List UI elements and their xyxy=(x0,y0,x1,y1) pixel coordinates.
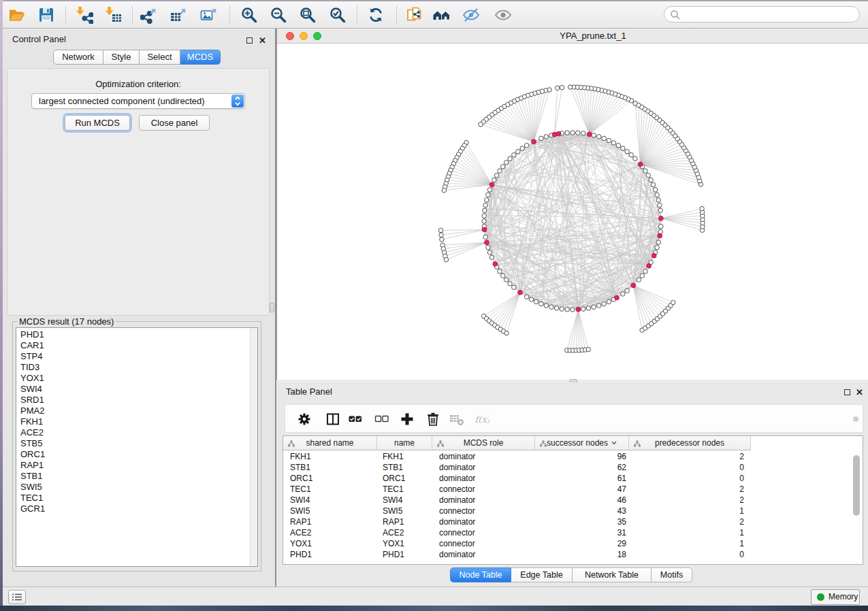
close-panel-icon[interactable]: ✕ xyxy=(259,35,266,46)
column-header-name[interactable]: name xyxy=(377,436,432,450)
settings-icon[interactable] xyxy=(297,412,312,427)
cell-successors: 31 xyxy=(535,527,629,538)
status-bar: Memory xyxy=(3,587,868,606)
table-scrollbar-thumb[interactable] xyxy=(853,455,860,516)
save-session-icon[interactable] xyxy=(37,6,55,24)
run-mcds-button[interactable]: Run MCDS xyxy=(65,115,130,131)
cell-role: dominator xyxy=(432,462,535,473)
table-row[interactable]: YOX1YOX1connector291 xyxy=(283,538,863,549)
mcds-node-item[interactable]: SWI5 xyxy=(20,482,257,493)
mcds-node-item[interactable]: STB5 xyxy=(20,438,257,449)
table-scrollbar[interactable] xyxy=(853,451,861,564)
toolbar-overflow-icon[interactable] xyxy=(853,416,858,422)
cell-role: connector xyxy=(432,527,535,538)
cell-predecessors: 0 xyxy=(629,462,751,473)
import-network-icon[interactable] xyxy=(76,6,93,24)
tab-mcds[interactable]: MCDS xyxy=(180,50,221,65)
memory-button[interactable]: Memory xyxy=(811,589,860,605)
mcds-node-item[interactable]: YOX1 xyxy=(20,373,257,384)
mcds-node-item[interactable]: FKH1 xyxy=(20,416,257,427)
function-icon[interactable]: f(x) xyxy=(475,412,489,427)
table-row[interactable]: STB1STB1dominator620 xyxy=(283,462,863,473)
hide-selected-icon[interactable] xyxy=(462,6,480,24)
new-network-from-selection-icon[interactable] xyxy=(406,6,423,24)
zoom-in-icon[interactable] xyxy=(240,6,258,24)
table-row[interactable]: RAP1RAP1dominator352 xyxy=(283,516,863,527)
export-network-icon[interactable] xyxy=(140,6,158,24)
table-row[interactable]: PHD1PHD1dominator180 xyxy=(283,549,863,560)
cell-predecessors: 2 xyxy=(629,495,751,506)
add-row-icon[interactable] xyxy=(400,412,415,427)
mcds-list-scrollbar[interactable] xyxy=(250,328,257,566)
desktop-wallpaper-bottom xyxy=(0,606,868,611)
mcds-node-item[interactable]: ORC1 xyxy=(20,449,257,460)
mcds-node-item[interactable]: CAR1 xyxy=(20,340,257,351)
mcds-node-item[interactable]: TEC1 xyxy=(20,493,257,503)
zoom-selected-icon[interactable] xyxy=(329,6,347,24)
table-float-icon[interactable] xyxy=(844,389,850,395)
cell-name: FKH1 xyxy=(377,451,432,462)
table-close-icon[interactable]: ✕ xyxy=(856,387,863,397)
cell-name: SWI5 xyxy=(377,506,432,516)
column-header-shared-name[interactable]: shared name xyxy=(283,436,377,450)
minimize-window-icon[interactable] xyxy=(300,32,308,40)
close-window-icon[interactable] xyxy=(286,32,294,40)
console-button[interactable] xyxy=(8,590,26,604)
table-row[interactable]: FKH1FKH1dominator962 xyxy=(283,451,863,462)
column-header-MCDS-role[interactable]: MCDS role xyxy=(432,436,535,450)
mcds-node-item[interactable]: PMA2 xyxy=(20,406,257,416)
column-header-successor-nodes[interactable]: successor nodes xyxy=(535,436,629,450)
cell-role: dominator xyxy=(432,549,535,560)
table-row[interactable]: TEC1TEC1connector472 xyxy=(283,484,863,495)
mcds-node-item[interactable]: STP4 xyxy=(20,351,257,362)
table-row[interactable]: ORC1ORC1dominator610 xyxy=(283,473,863,484)
criterion-dropdown[interactable]: largest connected component (undirected) xyxy=(31,93,245,109)
mcds-node-item[interactable]: SRD1 xyxy=(20,395,257,406)
mcds-node-item[interactable]: GCR1 xyxy=(20,503,257,514)
table-row[interactable]: ACE2ACE2connector311 xyxy=(283,527,863,538)
import-table-icon[interactable] xyxy=(105,6,123,24)
export-table-icon[interactable] xyxy=(170,6,188,24)
mcds-node-item[interactable]: RAP1 xyxy=(20,460,257,471)
float-panel-icon[interactable] xyxy=(246,37,253,44)
delete-table-icon[interactable] xyxy=(449,412,464,427)
tab-select[interactable]: Select xyxy=(140,50,180,65)
mcds-node-item[interactable]: STB1 xyxy=(20,471,257,482)
delete-row-icon[interactable] xyxy=(425,412,440,427)
search-input[interactable] xyxy=(664,6,860,22)
zoom-fit-icon[interactable] xyxy=(299,6,317,24)
export-image-icon[interactable] xyxy=(200,6,218,24)
tab-motifs[interactable]: Motifs xyxy=(652,567,692,582)
mcds-result-list[interactable]: PHD1CAR1STP4TID3YOX1SWI4SRD1PMA2FKH1ACE2… xyxy=(16,327,258,567)
table-row[interactable]: SWI4SWI4dominator462 xyxy=(283,495,863,506)
mcds-node-item[interactable]: PHD1 xyxy=(20,329,257,340)
network-graph[interactable] xyxy=(277,44,868,380)
zoom-out-icon[interactable] xyxy=(270,6,287,24)
deselect-all-icon[interactable] xyxy=(374,412,389,427)
close-panel-button[interactable]: Close panel xyxy=(139,115,210,131)
tab-edge-table[interactable]: Edge Table xyxy=(511,567,573,582)
mcds-node-item[interactable]: ACE2 xyxy=(20,427,257,438)
split-view-icon[interactable] xyxy=(325,412,340,427)
tab-network[interactable]: Network xyxy=(53,50,103,65)
tab-style[interactable]: Style xyxy=(103,50,140,65)
vertical-splitter-handle[interactable] xyxy=(270,303,274,312)
table-toolbar: f(x) xyxy=(285,404,863,433)
mcds-node-item[interactable]: SWI4 xyxy=(20,384,257,395)
node-table: shared namenameMCDS rolesuccessor nodesp… xyxy=(283,435,863,565)
table-row[interactable]: SWI5SWI5connector431 xyxy=(283,506,863,516)
table-tabs: Node TableEdge TableNetwork TableMotifs xyxy=(450,567,692,582)
tab-network-table[interactable]: Network Table xyxy=(573,567,652,582)
maximize-window-icon[interactable] xyxy=(313,32,321,40)
mcds-node-item[interactable]: TID3 xyxy=(20,362,257,373)
mcds-result-box: MCDS result (17 nodes) PHD1CAR1STP4TID3Y… xyxy=(12,321,261,572)
network-window-titlebar[interactable]: YPA_prune.txt_1 xyxy=(277,29,868,44)
cell-name: YOX1 xyxy=(377,538,432,549)
tab-node-table[interactable]: Node Table xyxy=(450,567,511,582)
open-file-icon[interactable] xyxy=(8,6,26,24)
refresh-icon[interactable] xyxy=(367,6,385,24)
column-header-predecessor-nodes[interactable]: predecessor nodes xyxy=(629,436,751,450)
first-neighbors-icon[interactable] xyxy=(433,6,451,24)
select-all-icon[interactable] xyxy=(348,412,363,427)
show-all-icon[interactable] xyxy=(494,6,512,24)
